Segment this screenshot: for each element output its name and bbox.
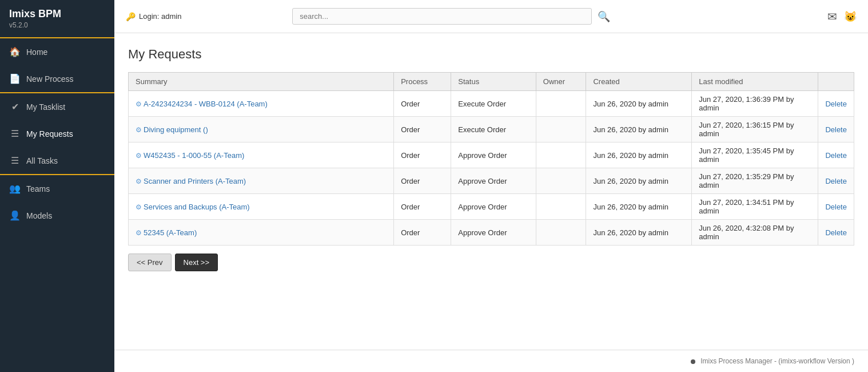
cell-status-5: Approve Order <box>451 220 536 246</box>
cell-action-4: Delete <box>818 194 854 220</box>
gear-icon-2: ⚙ <box>136 152 142 160</box>
sidebar-nav: 🏠 Home 📄 New Process ✔ My Tasklist ☰ My … <box>0 38 114 372</box>
models-icon: 👤 <box>9 210 21 221</box>
gear-icon-3: ⚙ <box>136 177 142 185</box>
cell-process-4: Order <box>394 194 451 220</box>
cell-summary-5: ⚙52345 (A-Team) <box>129 220 394 246</box>
prev-button[interactable]: << Prev <box>128 254 172 271</box>
sidebar-label-my-tasklist: My Tasklist <box>26 102 65 112</box>
next-button[interactable]: Next >> <box>175 254 218 271</box>
sidebar-label-home: Home <box>26 48 47 57</box>
sidebar-item-models[interactable]: 👤 Models <box>0 202 114 229</box>
cell-created-5: Jun 26, 2020 by admin <box>586 220 692 246</box>
pagination: << Prev Next >> <box>128 254 854 271</box>
topbar: 🔑 Login: admin 🔍 ✉ 😺 <box>114 0 868 33</box>
cell-summary-0: ⚙A-2423424234 - WBB-0124 (A-Team) <box>129 91 394 117</box>
cell-owner-5 <box>536 220 586 246</box>
table-header-row: Summary Process Status Owner Created Las… <box>129 73 854 91</box>
cell-modified-5: Jun 26, 2020, 4:32:08 PM by admin <box>692 220 818 246</box>
home-icon: 🏠 <box>9 46 21 57</box>
summary-link-3[interactable]: Scanner and Printers (A-Team) <box>144 177 246 185</box>
sidebar-label-my-requests: My Requests <box>26 129 73 138</box>
mail-icon[interactable]: ✉ <box>827 10 837 23</box>
summary-link-5[interactable]: 52345 (A-Team) <box>144 228 197 237</box>
table-row: ⚙A-2423424234 - WBB-0124 (A-Team) Order … <box>129 91 854 117</box>
col-header-process: Process <box>394 73 451 91</box>
user-icon[interactable]: 😺 <box>844 10 857 23</box>
all-tasks-icon: ☰ <box>9 155 21 166</box>
app-version: v5.2.0 <box>9 21 105 29</box>
cell-modified-2: Jun 27, 2020, 1:35:45 PM by admin <box>692 143 818 168</box>
sidebar-item-home[interactable]: 🏠 Home <box>0 38 114 65</box>
footer: Imixs Process Manager - (imixs-workflow … <box>114 350 868 372</box>
col-header-status: Status <box>451 73 536 91</box>
sidebar-item-teams[interactable]: 👥 Teams <box>0 175 114 202</box>
summary-link-1[interactable]: Diving equipment () <box>144 125 208 134</box>
sidebar: Imixs BPM v5.2.0 🏠 Home 📄 New Process ✔ … <box>0 0 114 372</box>
main-content: 🔑 Login: admin 🔍 ✉ 😺 My Requests Summary… <box>114 0 868 372</box>
cell-status-1: Execute Order <box>451 117 536 143</box>
cell-summary-4: ⚙Services and Backups (A-Team) <box>129 194 394 220</box>
cell-created-2: Jun 26, 2020 by admin <box>586 143 692 168</box>
cell-action-2: Delete <box>818 143 854 168</box>
table-row: ⚙Scanner and Printers (A-Team) Order App… <box>129 168 854 194</box>
col-header-created: Created <box>586 73 692 91</box>
cell-summary-1: ⚙Diving equipment () <box>129 117 394 143</box>
sidebar-header: Imixs BPM v5.2.0 <box>0 0 114 31</box>
footer-dot <box>691 359 695 364</box>
delete-link-2[interactable]: Delete <box>825 151 847 160</box>
cell-action-1: Delete <box>818 117 854 143</box>
cell-process-1: Order <box>394 117 451 143</box>
search-container: 🔍 <box>292 8 612 25</box>
page-title: My Requests <box>128 47 854 62</box>
gear-icon-5: ⚙ <box>136 229 142 237</box>
cell-owner-2 <box>536 143 586 168</box>
cell-modified-3: Jun 27, 2020, 1:35:29 PM by admin <box>692 168 818 194</box>
table-row: ⚙52345 (A-Team) Order Approve Order Jun … <box>129 220 854 246</box>
search-button[interactable]: 🔍 <box>595 10 612 23</box>
summary-link-0[interactable]: A-2423424234 - WBB-0124 (A-Team) <box>144 100 268 108</box>
cell-process-3: Order <box>394 168 451 194</box>
gear-icon-1: ⚙ <box>136 126 142 134</box>
cell-process-2: Order <box>394 143 451 168</box>
login-info: 🔑 Login: admin <box>126 12 181 21</box>
cell-summary-2: ⚙W452435 - 1-000-55 (A-Team) <box>129 143 394 168</box>
new-process-icon: 📄 <box>9 73 21 84</box>
cell-modified-4: Jun 27, 2020, 1:34:51 PM by admin <box>692 194 818 220</box>
delete-link-1[interactable]: Delete <box>825 125 847 134</box>
gear-icon-4: ⚙ <box>136 203 142 211</box>
col-header-modified: Last modified <box>692 73 818 91</box>
gear-icon-0: ⚙ <box>136 100 142 108</box>
cell-owner-4 <box>536 194 586 220</box>
sidebar-item-my-tasklist[interactable]: ✔ My Tasklist <box>0 93 114 120</box>
cell-action-5: Delete <box>818 220 854 246</box>
delete-link-5[interactable]: Delete <box>825 228 847 237</box>
delete-link-0[interactable]: Delete <box>825 100 847 108</box>
cell-action-0: Delete <box>818 91 854 117</box>
summary-link-2[interactable]: W452435 - 1-000-55 (A-Team) <box>144 151 244 160</box>
table-row: ⚙W452435 - 1-000-55 (A-Team) Order Appro… <box>129 143 854 168</box>
delete-link-3[interactable]: Delete <box>825 177 847 185</box>
cell-status-0: Execute Order <box>451 91 536 117</box>
sidebar-label-teams: Teams <box>26 184 50 193</box>
cell-modified-0: Jun 27, 2020, 1:36:39 PM by admin <box>692 91 818 117</box>
cell-modified-1: Jun 27, 2020, 1:36:15 PM by admin <box>692 117 818 143</box>
col-header-action <box>818 73 854 91</box>
search-icon: 🔍 <box>598 11 610 22</box>
sidebar-item-all-tasks[interactable]: ☰ All Tasks <box>0 147 114 174</box>
sidebar-label-new-process: New Process <box>26 74 73 84</box>
cell-action-3: Delete <box>818 168 854 194</box>
teams-icon: 👥 <box>9 183 21 194</box>
sidebar-item-my-requests[interactable]: ☰ My Requests <box>0 120 114 147</box>
delete-link-4[interactable]: Delete <box>825 203 847 211</box>
requests-table: Summary Process Status Owner Created Las… <box>128 72 854 246</box>
sidebar-item-new-process[interactable]: 📄 New Process <box>0 65 114 92</box>
summary-link-4[interactable]: Services and Backups (A-Team) <box>144 203 250 211</box>
cell-created-3: Jun 26, 2020 by admin <box>586 168 692 194</box>
key-icon: 🔑 <box>126 12 136 21</box>
cell-status-3: Approve Order <box>451 168 536 194</box>
footer-text: Imixs Process Manager - (imixs-workflow … <box>700 357 854 365</box>
search-input[interactable] <box>292 8 592 25</box>
cell-status-4: Approve Order <box>451 194 536 220</box>
cell-created-0: Jun 26, 2020 by admin <box>586 91 692 117</box>
